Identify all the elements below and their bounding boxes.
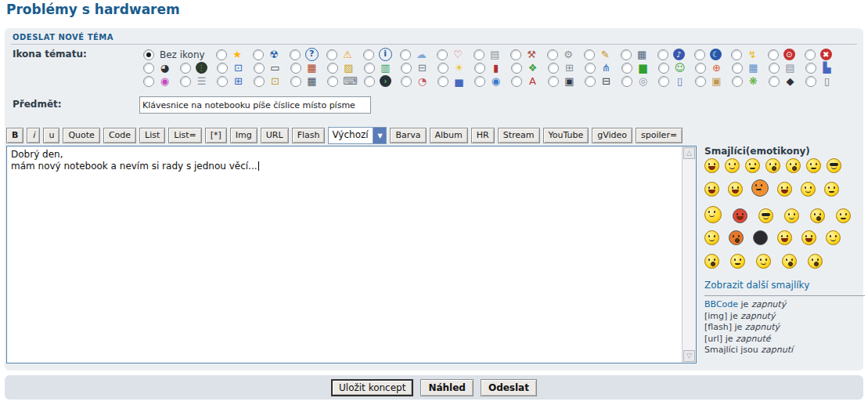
topic-icon-radio-color-wheel[interactable]	[143, 76, 154, 87]
smiley-grr[interactable]	[801, 230, 816, 245]
smiley-arms-out[interactable]	[704, 230, 719, 245]
topic-icon-radio-database[interactable]	[180, 76, 191, 87]
topic-icon-radio-color-cubes[interactable]	[805, 63, 816, 74]
smiley-laugh[interactable]	[704, 182, 719, 197]
bbcode-link[interactable]: BBCode	[704, 299, 738, 309]
topic-icon-radio-puzzle[interactable]	[511, 63, 522, 74]
topic-icon-radio-globe[interactable]	[474, 76, 485, 87]
smiley-shock[interactable]	[765, 158, 780, 173]
topic-icon-radio-radiation[interactable]	[253, 49, 264, 60]
bbcode-bold-button[interactable]: B	[6, 128, 23, 143]
smiley-surprised[interactable]	[808, 254, 823, 269]
topic-icon-radio-usb-stick[interactable]	[658, 76, 669, 87]
smiley-bat-smiley[interactable]	[704, 206, 722, 223]
bbcode-underline-button[interactable]: u	[43, 128, 59, 143]
bbcode-gvideo-button[interactable]: gVideo	[592, 128, 632, 143]
scroll-down-icon[interactable]: ▽	[683, 350, 695, 362]
smiley-neutral[interactable]	[836, 208, 851, 223]
topic-icon-radio-pdf[interactable]	[511, 76, 522, 87]
smiley-devil[interactable]	[733, 208, 747, 223]
smiley-cool[interactable]	[827, 158, 841, 173]
smiley-evil-grin[interactable]	[728, 182, 743, 197]
topic-icon-radio-syringe[interactable]	[584, 49, 595, 60]
bbcode-code-button[interactable]: Code	[103, 128, 136, 143]
topic-icon-radio-info[interactable]	[363, 49, 374, 60]
subject-input[interactable]	[139, 96, 371, 114]
topic-icon-radio-battery[interactable]	[474, 63, 485, 74]
topic-icon-radio-green-smiley[interactable]	[658, 63, 669, 74]
topic-icon-radio-none[interactable]	[143, 49, 154, 60]
smiley-bomb[interactable]	[753, 230, 768, 245]
save-draft-button[interactable]: Uložit koncept	[331, 379, 413, 396]
bbcode-list-ordered-button[interactable]: List=	[168, 128, 201, 143]
smiley-frown[interactable]	[745, 158, 760, 173]
bbcode-hr-button[interactable]: HR	[471, 128, 495, 143]
smiley-razz[interactable]	[777, 182, 792, 197]
topic-icon-radio-lightning[interactable]	[731, 49, 742, 60]
bbcode-list-item-button[interactable]: [*]	[205, 128, 227, 143]
preview-button[interactable]: Náhled	[420, 379, 474, 396]
topic-icon-radio-signal-bars[interactable]	[621, 63, 632, 74]
topic-icon-radio-keyboard[interactable]	[327, 76, 338, 87]
topic-icon-radio-pie-document[interactable]	[401, 76, 412, 87]
smiley-cool-dark[interactable]	[758, 208, 773, 223]
smiley-embarrassed[interactable]	[801, 182, 816, 197]
topic-icon-radio-monitor[interactable]	[217, 63, 228, 74]
topic-icon-radio-cross-error[interactable]	[805, 49, 816, 60]
topic-icon-radio-terminal[interactable]	[364, 76, 375, 87]
topic-icon-radio-notes[interactable]	[769, 63, 780, 74]
bbcode-img-button[interactable]: Img	[230, 128, 258, 143]
submit-button[interactable]: Odeslat	[481, 379, 537, 396]
topic-icon-radio-lifebuoy[interactable]	[695, 63, 706, 74]
topic-icon-radio-warning[interactable]	[326, 49, 337, 60]
smiley-thinking[interactable]	[730, 254, 745, 269]
smiley-wink[interactable]	[784, 208, 799, 223]
topic-icon-radio-tools[interactable]	[510, 49, 521, 60]
topic-icon-radio-power[interactable]	[768, 49, 779, 60]
topic-icon-radio-windows[interactable]	[217, 76, 228, 87]
topic-icon-radio-laptop[interactable]	[254, 63, 265, 74]
scroll-up-icon[interactable]: △	[683, 147, 695, 159]
bbcode-flash-button[interactable]: Flash	[292, 128, 326, 143]
smiley-raised-brow[interactable]	[704, 254, 719, 269]
topic-icon-radio-moon[interactable]	[694, 49, 705, 60]
bbcode-spoiler-button[interactable]: spoiler=	[636, 128, 683, 143]
bbcode-album-button[interactable]: Album	[430, 128, 468, 143]
message-editor[interactable]: Dobrý den, mám nový notebook a nevím si …	[6, 146, 697, 363]
topic-icon-radio-icq-flower[interactable]	[732, 76, 743, 87]
topic-icon-radio-traffic-light[interactable]	[180, 63, 191, 74]
topic-icon-radio-antenna[interactable]	[585, 63, 596, 74]
topic-icon-radio-cooking-pot[interactable]	[769, 76, 780, 87]
bbcode-url-button[interactable]: URL	[261, 128, 289, 143]
smiley-mad-orange[interactable]	[729, 230, 744, 245]
smiley-eek[interactable]	[786, 158, 801, 173]
topic-icon-radio-hard-drive[interactable]	[585, 76, 596, 87]
topic-icon-radio-firewall[interactable]	[290, 63, 301, 74]
more-smileys-link[interactable]: Zobrazit další smajlíky	[704, 280, 809, 291]
smiley-grin[interactable]	[704, 158, 719, 173]
topic-icon-radio-calendar[interactable]	[732, 63, 743, 74]
smiley-plain[interactable]	[826, 230, 841, 245]
smiley-in-love[interactable]	[756, 254, 771, 269]
topic-icon-radio-memory-modules[interactable]	[621, 49, 632, 60]
bbcode-color-button[interactable]: Barva	[390, 128, 426, 143]
topic-icon-radio-question[interactable]	[290, 49, 301, 60]
topic-icon-radio-music[interactable]	[657, 49, 668, 60]
topic-icon-radio-gear[interactable]	[547, 49, 558, 60]
smiley-cry[interactable]	[824, 182, 839, 197]
topic-icon-radio-graphics-card[interactable]	[364, 63, 375, 74]
topic-icon-radio-trash[interactable]	[805, 76, 816, 87]
smiley-rolleyes[interactable]	[810, 208, 825, 223]
topic-icon-radio-star[interactable]	[216, 49, 227, 60]
bbcode-stream-button[interactable]: Stream	[498, 128, 540, 143]
topic-icon-radio-lock[interactable]	[254, 76, 265, 87]
topic-icon-radio-gauge[interactable]	[143, 63, 154, 74]
bbcode-italic-button[interactable]: i	[27, 128, 40, 143]
font-style-select[interactable]: Výchozí▼	[328, 127, 387, 144]
bbcode-quote-button[interactable]: Quote	[63, 128, 99, 143]
chevron-down-icon[interactable]: ▼	[373, 128, 386, 143]
smiley-pirate[interactable]	[777, 230, 792, 245]
topic-icon-radio-floppy[interactable]	[548, 76, 559, 87]
topic-icon-radio-thought-cloud[interactable]	[400, 49, 411, 60]
topic-icon-radio-copy-pages[interactable]	[474, 49, 484, 60]
